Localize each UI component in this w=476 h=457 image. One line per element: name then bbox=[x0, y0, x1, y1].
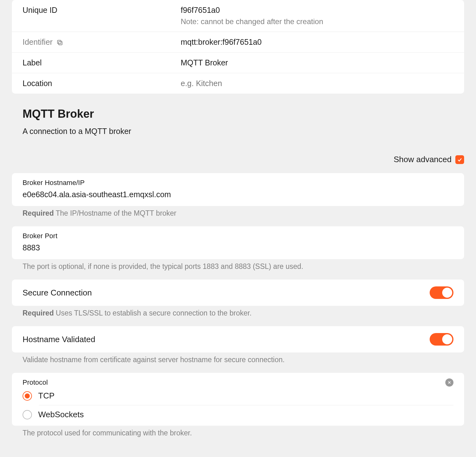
unique-id-value-wrap: f96f7651a0 Note: cannot be changed after… bbox=[181, 6, 323, 26]
svg-rect-1 bbox=[58, 40, 61, 44]
broker-hostname-helper-text: The IP/Hostname of the MQTT broker bbox=[56, 209, 177, 217]
row-location: Location bbox=[12, 73, 464, 94]
secure-connection-toggle[interactable] bbox=[430, 286, 453, 299]
thing-info-card: Unique ID f96f7651a0 Note: cannot be cha… bbox=[12, 0, 464, 94]
label-value[interactable]: MQTT Broker bbox=[181, 58, 228, 67]
hostname-validated-toggle[interactable] bbox=[430, 333, 453, 346]
show-advanced-row: Show advanced bbox=[12, 155, 464, 164]
svg-rect-0 bbox=[59, 41, 62, 45]
hostname-validated-label: Hostname Validated bbox=[23, 335, 95, 344]
show-advanced-checkbox[interactable] bbox=[455, 155, 464, 164]
broker-port-helper: The port is optional, if none is provide… bbox=[23, 262, 453, 271]
unique-id-label: Unique ID bbox=[23, 6, 181, 15]
copy-icon[interactable] bbox=[56, 39, 63, 46]
identifier-value: mqtt:broker:f96f7651a0 bbox=[181, 38, 262, 47]
protocol-option-tcp[interactable]: TCP bbox=[23, 387, 453, 405]
secure-connection-helper: Required Uses TLS/SSL to establish a sec… bbox=[23, 309, 453, 317]
broker-port-label: Broker Port bbox=[23, 232, 453, 240]
unique-id-note: Note: cannot be changed after the creati… bbox=[181, 17, 323, 26]
row-identifier: Identifier mqtt:broker:f96f7651a0 bbox=[12, 32, 464, 53]
label-label: Label bbox=[23, 58, 181, 67]
field-broker-hostname: Broker Hostname/IP bbox=[12, 173, 464, 206]
protocol-helper: The protocol used for communicating with… bbox=[23, 429, 453, 437]
identifier-label-text: Identifier bbox=[23, 38, 53, 47]
broker-hostname-label: Broker Hostname/IP bbox=[23, 179, 453, 187]
section-title: MQTT Broker bbox=[23, 107, 453, 121]
protocol-option-label: WebSockets bbox=[38, 410, 84, 419]
required-badge: Required bbox=[23, 209, 54, 217]
radio-icon bbox=[23, 391, 32, 401]
identifier-label: Identifier bbox=[23, 38, 181, 47]
field-hostname-validated: Hostname Validated bbox=[12, 326, 464, 352]
broker-hostname-helper: Required The IP/Hostname of the MQTT bro… bbox=[23, 209, 453, 218]
required-badge: Required bbox=[23, 309, 54, 317]
field-protocol: Protocol TCP WebSockets bbox=[12, 373, 464, 426]
clear-protocol-icon[interactable] bbox=[445, 378, 453, 387]
field-broker-port: Broker Port bbox=[12, 226, 464, 259]
protocol-label: Protocol bbox=[23, 378, 48, 387]
field-secure-connection: Secure Connection bbox=[12, 280, 464, 306]
radio-icon bbox=[23, 410, 32, 419]
protocol-option-label: TCP bbox=[38, 391, 54, 401]
broker-port-input[interactable] bbox=[23, 243, 453, 252]
secure-connection-helper-text: Uses TLS/SSL to establish a secure conne… bbox=[56, 309, 251, 317]
toggle-knob bbox=[442, 288, 452, 298]
protocol-option-websockets[interactable]: WebSockets bbox=[23, 405, 453, 424]
broker-hostname-input[interactable] bbox=[23, 190, 453, 199]
show-advanced-label: Show advanced bbox=[394, 155, 452, 164]
row-label: Label MQTT Broker bbox=[12, 53, 464, 73]
toggle-knob bbox=[442, 334, 452, 344]
location-label: Location bbox=[23, 79, 181, 88]
protocol-header: Protocol bbox=[23, 378, 453, 387]
row-unique-id: Unique ID f96f7651a0 Note: cannot be cha… bbox=[12, 0, 464, 32]
location-input[interactable] bbox=[181, 79, 453, 88]
section-description: A connection to a MQTT broker bbox=[23, 127, 453, 136]
unique-id-value: f96f7651a0 bbox=[181, 6, 323, 15]
secure-connection-label: Secure Connection bbox=[23, 288, 92, 298]
hostname-validated-helper: Validate hostname from certificate again… bbox=[23, 356, 453, 364]
